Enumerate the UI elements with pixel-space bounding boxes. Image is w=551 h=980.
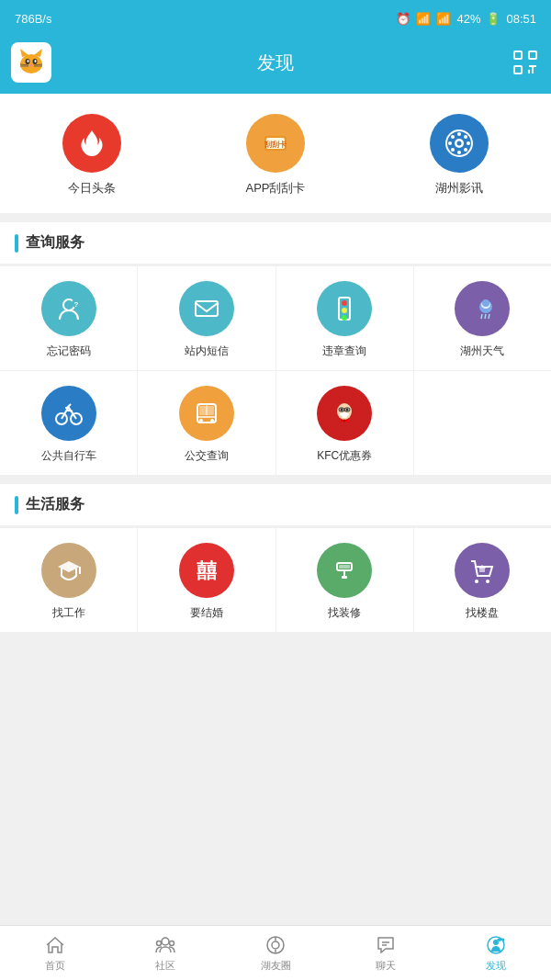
weather-icon <box>455 281 510 336</box>
svg-point-32 <box>451 135 455 139</box>
huyouquan-nav-icon <box>264 934 287 956</box>
svg-point-67 <box>342 414 347 418</box>
grid-item-kfc[interactable]: KFC优惠券 <box>276 371 414 475</box>
svg-point-41 <box>342 300 347 306</box>
grid-item-decoration[interactable]: 找装修 <box>276 528 414 632</box>
svg-point-2 <box>21 54 41 71</box>
findjob-icon <box>41 543 96 598</box>
grid-item-findjob[interactable]: 找工作 <box>0 528 138 632</box>
page-title: 发现 <box>257 51 294 75</box>
wifi-icon: 📶 <box>416 12 431 26</box>
svg-point-29 <box>457 151 461 154</box>
grid-item-wedding[interactable]: 囍 要结婚 <box>138 528 276 632</box>
network-speed: 786B/s <box>15 12 51 26</box>
nav-item-chat[interactable]: 聊天 <box>331 926 441 980</box>
svg-rect-75 <box>339 565 350 569</box>
svg-point-83 <box>157 941 162 945</box>
svg-point-70 <box>343 420 346 422</box>
grid-item-weather[interactable]: 湖州天气 <box>414 266 551 370</box>
kfc-label: KFC优惠券 <box>317 448 372 464</box>
nav-item-community[interactable]: 社区 <box>110 926 220 980</box>
query-section-header: 查询服务 <box>0 222 551 264</box>
app-logo <box>11 42 51 83</box>
status-bar: 786B/s ⏰ 📶 📶 42% 🔋 08:51 <box>0 0 551 37</box>
clock: 08:51 <box>506 12 536 26</box>
svg-point-82 <box>162 938 169 945</box>
query-section-title: 查询服务 <box>26 233 84 253</box>
grid-item-publicbike[interactable]: 公共自行车 <box>0 371 138 475</box>
kfc-icon <box>317 386 372 441</box>
svg-line-48 <box>485 314 486 319</box>
huzhouyingxun-label: 湖州影讯 <box>435 180 483 197</box>
app-item-huzhouyingxun[interactable]: 湖州影讯 <box>367 103 551 204</box>
svg-point-7 <box>28 60 29 62</box>
signal-icon: 📶 <box>436 12 451 26</box>
life-section-title: 生活服务 <box>26 495 84 514</box>
svg-point-28 <box>457 132 461 136</box>
svg-text:刮刮卡: 刮刮卡 <box>264 140 287 149</box>
discover-nav-icon <box>485 934 507 956</box>
svg-rect-77 <box>342 576 347 579</box>
svg-rect-39 <box>196 301 218 316</box>
findjob-label: 找工作 <box>52 605 85 621</box>
svg-point-34 <box>451 148 455 152</box>
life-section-header: 生活服务 <box>0 484 551 525</box>
svg-point-86 <box>272 941 279 949</box>
svg-point-43 <box>342 315 347 321</box>
nav-item-home[interactable]: 首页 <box>0 926 110 980</box>
wedding-icon: 囍 <box>179 543 234 598</box>
publicbike-label: 公共自行车 <box>41 448 96 464</box>
bottom-navigation: 首页 社区 湖友圈 <box>0 925 551 980</box>
life-row-1: 找工作 囍 要结婚 <box>0 527 551 632</box>
battery-percent: 42% <box>456 12 480 26</box>
scan-button[interactable] <box>512 50 538 75</box>
life-grid: 找工作 囍 要结婚 <box>0 527 551 632</box>
app-header: 发现 <box>0 37 551 88</box>
main-content: 今日头条 刮刮卡 APP刮刮卡 <box>0 94 551 696</box>
community-nav-icon <box>154 934 176 956</box>
featured-section: 今日头条 刮刮卡 APP刮刮卡 <box>0 94 551 213</box>
grid-item-forgetpwd[interactable]: ? 忘记密码 <box>0 266 138 370</box>
discover-nav-label: 发现 <box>486 959 506 973</box>
svg-line-49 <box>489 314 489 319</box>
svg-point-61 <box>341 409 343 411</box>
battery-icon: 🔋 <box>486 12 500 26</box>
query-grid: ? 忘记密码 站内短信 <box>0 265 551 475</box>
svg-point-30 <box>448 141 452 145</box>
violation-label: 违章查询 <box>322 344 366 359</box>
busquery-icon <box>179 386 234 441</box>
forgetpwd-icon: ? <box>41 281 96 336</box>
busquery-label: 公交查询 <box>185 448 229 464</box>
huyouquan-nav-label: 湖友圈 <box>261 959 291 973</box>
svg-point-46 <box>482 299 489 307</box>
grid-item-stationsms[interactable]: 站内短信 <box>138 266 276 370</box>
app-item-appguagua[interactable]: 刮刮卡 APP刮刮卡 <box>184 103 367 204</box>
svg-point-79 <box>486 580 489 583</box>
query-section-accent <box>15 234 18 253</box>
grid-item-realestate[interactable]: 找楼盘 <box>414 528 551 632</box>
svg-rect-16 <box>514 66 522 73</box>
grid-item-busquery[interactable]: 公交查询 <box>138 371 276 475</box>
decoration-icon <box>317 543 372 598</box>
svg-rect-14 <box>514 51 522 59</box>
nav-item-discover[interactable]: 发现 <box>441 926 551 980</box>
svg-point-62 <box>346 409 349 411</box>
home-nav-icon <box>44 934 66 956</box>
jinritoutiao-icon <box>62 114 121 173</box>
grid-item-violation[interactable]: 违章查询 <box>276 266 414 370</box>
svg-point-78 <box>475 580 478 583</box>
realestate-icon <box>455 543 510 598</box>
home-nav-label: 首页 <box>45 959 65 973</box>
cat-logo-icon <box>13 44 50 81</box>
nav-item-huyouquan[interactable]: 湖友圈 <box>220 926 331 980</box>
svg-point-8 <box>35 60 37 62</box>
svg-line-52 <box>67 404 71 408</box>
jinritoutiao-label: 今日头条 <box>68 180 116 197</box>
query-row-2: 公共自行车 公交查询 <box>0 370 551 475</box>
svg-point-27 <box>457 141 462 146</box>
svg-rect-15 <box>529 51 536 59</box>
app-item-jinritoutiao[interactable]: 今日头条 <box>0 103 184 204</box>
svg-text:?: ? <box>73 300 78 309</box>
stationsms-label: 站内短信 <box>185 344 229 359</box>
svg-point-20 <box>88 146 96 153</box>
